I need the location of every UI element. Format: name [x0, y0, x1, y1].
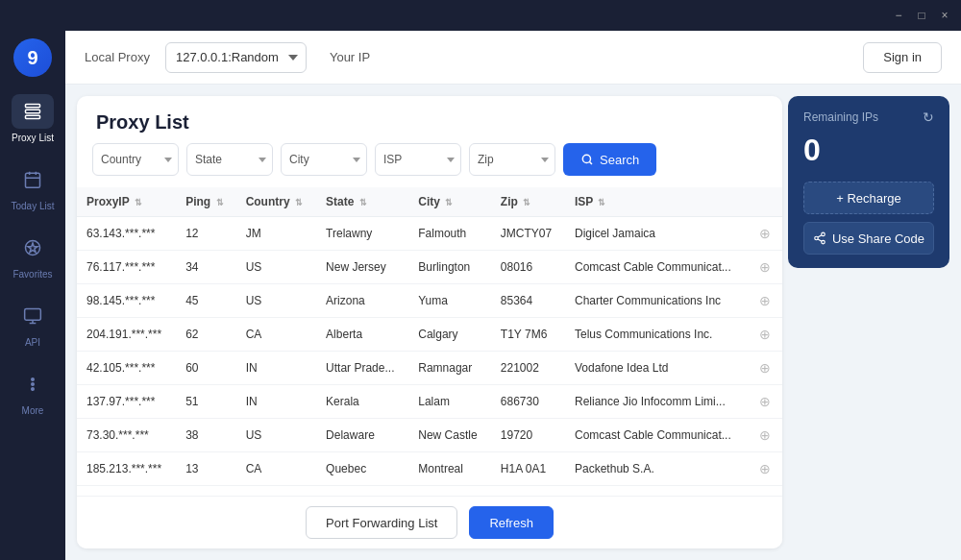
cell-country: IN	[236, 352, 316, 385]
cell-ping: 45	[176, 486, 235, 497]
maximize-button[interactable]: □	[913, 7, 930, 24]
cell-country: IN	[236, 385, 316, 419]
cell-ip: 73.30.***.***	[77, 419, 176, 452]
title-bar: − □ ×	[0, 0, 961, 31]
more-icon	[23, 375, 42, 394]
cell-ip: 185.213.***.***	[77, 452, 176, 486]
svg-point-6	[32, 383, 35, 386]
cell-isp: Telus Communications Inc.	[565, 318, 750, 352]
col-header-ping: Ping ⇅	[176, 187, 235, 217]
sidebar-label-proxy-list: Proxy List	[12, 133, 54, 143]
col-header-state: State ⇅	[316, 187, 408, 217]
cell-city: Yuma	[408, 284, 491, 318]
bottom-bar: Port Forwarding List Refresh	[77, 496, 782, 548]
cell-state: Uttar Prade...	[316, 352, 408, 385]
cell-city: Falmouth	[408, 217, 491, 251]
favorites-icon	[23, 238, 42, 257]
cell-ping: 34	[176, 251, 235, 284]
connect-button[interactable]: ⊕	[759, 259, 771, 275]
cell-connect: ⊕	[750, 284, 782, 318]
connect-button[interactable]: ⊕	[759, 293, 771, 308]
filter-row: Country State City ISP Zip	[77, 143, 782, 187]
sidebar-label-favorites: Favorites	[12, 269, 52, 280]
connect-button[interactable]: ⊕	[759, 394, 771, 409]
cell-country: US	[236, 419, 316, 452]
proxy-select[interactable]: 127.0.0.1:Random	[165, 42, 307, 73]
cell-zip: 221002	[491, 352, 565, 385]
isp-filter[interactable]: ISP	[375, 143, 461, 176]
cell-zip: JMCTY07	[491, 217, 565, 251]
cell-country: CA	[236, 318, 316, 352]
col-header-city: City ⇅	[408, 187, 491, 217]
cell-ping: 12	[176, 217, 235, 251]
cell-connect: ⊕	[750, 217, 782, 251]
cell-isp: Reliance Jio Infocomm Limi...	[565, 385, 750, 419]
cell-state: Alberta	[316, 318, 408, 352]
connect-button[interactable]: ⊕	[759, 461, 771, 476]
your-ip-label: Your IP	[330, 50, 370, 64]
today-list-icon-wrap	[12, 162, 54, 197]
cell-country: JM	[236, 217, 316, 251]
table-row: 209.77.***.*** 45 US California Rocklin …	[77, 486, 782, 497]
sidebar-item-today-list[interactable]: Today List	[0, 153, 65, 221]
cell-country: US	[236, 486, 316, 497]
refresh-button[interactable]: Refresh	[469, 506, 554, 539]
sidebar-label-api: API	[25, 337, 40, 348]
table-row: 204.191.***.*** 62 CA Alberta Calgary T1…	[77, 318, 782, 352]
today-list-icon	[23, 170, 42, 189]
sign-in-button[interactable]: Sign in	[863, 42, 942, 73]
table-row: 63.143.***.*** 12 JM Trelawny Falmouth J…	[77, 217, 782, 251]
cell-city: New Castle	[408, 419, 491, 452]
cell-state: California	[316, 486, 408, 497]
country-filter[interactable]: Country	[92, 143, 179, 176]
api-icon	[23, 306, 42, 326]
header-bar: Local Proxy 127.0.0.1:Random Your IP Sig…	[65, 31, 961, 85]
cell-state: Trelawny	[316, 217, 408, 251]
table-row: 73.30.***.*** 38 US Delaware New Castle …	[77, 419, 782, 452]
cell-connect: ⊕	[750, 251, 782, 284]
state-filter[interactable]: State	[186, 143, 273, 176]
search-button[interactable]: Search	[563, 143, 656, 176]
connect-button[interactable]: ⊕	[759, 360, 771, 376]
cell-ip: 204.191.***.***	[77, 318, 176, 352]
cell-connect: ⊕	[750, 486, 782, 497]
cell-connect: ⊕	[750, 352, 782, 385]
col-header-zip: Zip ⇅	[491, 187, 565, 217]
cell-connect: ⊕	[750, 452, 782, 486]
cell-country: US	[236, 251, 316, 284]
connect-button[interactable]: ⊕	[759, 427, 771, 443]
refresh-icon[interactable]: ↻	[923, 110, 934, 125]
share-code-button[interactable]: Use Share Code	[803, 222, 934, 255]
close-button[interactable]: ×	[936, 7, 953, 24]
cell-city: Calgary	[408, 318, 491, 352]
cell-country: CA	[236, 452, 316, 486]
ip-count: 0	[803, 133, 934, 168]
cell-isp: Packethub S.A.	[565, 452, 750, 486]
cell-connect: ⊕	[750, 385, 782, 419]
minimize-button[interactable]: −	[890, 7, 907, 24]
cell-zip: 686730	[491, 385, 565, 419]
cell-ping: 38	[176, 419, 235, 452]
cell-ip: 209.77.***.***	[77, 486, 176, 497]
svg-point-9	[582, 155, 590, 162]
proxy-data-table: ProxyIP ⇅ Ping ⇅ Country ⇅ State ⇅ City …	[77, 187, 782, 496]
proxy-list-panel: Proxy List Country State City	[77, 96, 782, 548]
city-filter[interactable]: City	[281, 143, 367, 176]
cell-state: Delaware	[316, 419, 408, 452]
sidebar-item-favorites[interactable]: Favorites	[0, 221, 65, 289]
cell-city: Montreal	[408, 452, 491, 486]
cell-ip: 76.117.***.***	[77, 251, 176, 284]
port-forwarding-button[interactable]: Port Forwarding List	[306, 506, 457, 539]
sidebar-item-proxy-list[interactable]: Proxy List	[0, 85, 65, 153]
recharge-button[interactable]: + Recharge	[803, 182, 934, 214]
cell-state: New Jersey	[316, 251, 408, 284]
sidebar-item-more[interactable]: More	[0, 357, 65, 426]
cell-state: Quebec	[316, 452, 408, 486]
cell-city: Burlington	[408, 251, 491, 284]
sidebar-item-api[interactable]: API	[0, 289, 65, 357]
zip-filter[interactable]: Zip	[469, 143, 555, 176]
connect-button[interactable]: ⊕	[759, 226, 771, 241]
connect-button[interactable]: ⊕	[759, 327, 771, 342]
cell-ping: 62	[176, 318, 235, 352]
cell-state: Kerala	[316, 385, 408, 419]
